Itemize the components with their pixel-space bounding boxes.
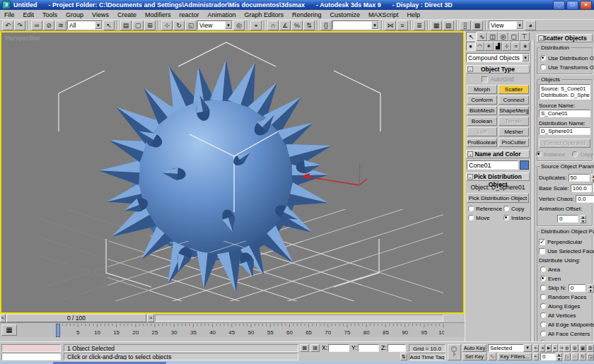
menu-help[interactable]: Help	[403, 11, 425, 18]
vertex-chaos-field[interactable]: 0.0	[576, 195, 594, 203]
chevron-down-icon[interactable]: ▼	[225, 21, 232, 29]
clone-option-move[interactable]: Move	[468, 214, 502, 221]
category-space-warps[interactable]: ≈	[511, 42, 520, 51]
distribute-option-area[interactable]: Area	[540, 266, 590, 273]
instance-radio[interactable]	[503, 215, 509, 221]
autogrid-checkbox[interactable]	[482, 76, 488, 83]
bind-to-space-warp-button[interactable]: ≋	[55, 20, 66, 30]
add-time-tag[interactable]: Add Time Tag	[409, 353, 446, 360]
previous-frame-button[interactable]: ◂	[540, 344, 545, 352]
category-helpers[interactable]: ⊹	[502, 42, 511, 51]
key-filters-button[interactable]: Key Filters...	[498, 353, 532, 360]
use-selected-faces-only-checkbox[interactable]	[539, 248, 545, 254]
category-lights[interactable]: ☀	[484, 42, 494, 51]
window-crossing-button[interactable]: ⊞	[144, 20, 156, 30]
key-mode-toggle-button[interactable]: ⇤	[533, 353, 539, 360]
skip-n-spinner[interactable]: ▲▼	[588, 284, 594, 292]
zoom-region-button[interactable]: ▷	[564, 353, 571, 360]
pan-button[interactable]: ⇔	[571, 353, 578, 360]
selection-lock-toggle[interactable]: ⊠	[300, 344, 309, 352]
render-setup-button[interactable]: ▩	[472, 20, 483, 30]
track-bar-ruler[interactable]: 0510152025303540455055606570758085909510…	[19, 323, 444, 338]
snaps-toggle-button[interactable]: ∩	[267, 20, 279, 30]
clone-option-copy[interactable]: Copy	[503, 205, 532, 212]
menu-create[interactable]: Create	[113, 11, 141, 18]
clone-option-reference[interactable]: Reference	[468, 205, 502, 212]
duplicates-spinner[interactable]: ▲▼	[591, 174, 594, 182]
menu-group[interactable]: Group	[62, 11, 88, 18]
object-type-blobmesh[interactable]: BlobMesh	[467, 106, 497, 115]
auto-key-button[interactable]: Auto Key	[462, 344, 487, 352]
area-radio[interactable]	[540, 266, 546, 272]
arc-rotate-button[interactable]: ↻	[579, 353, 586, 360]
tab-modify[interactable]: ∿	[477, 32, 487, 41]
operand-item[interactable]: Distribution: D_Sphere01	[541, 92, 588, 98]
menu-edit[interactable]: Edit	[19, 11, 39, 18]
object-type-connect[interactable]: Connect	[499, 95, 529, 105]
object-type-proboolean[interactable]: ProBoolean	[467, 138, 497, 147]
select-by-name-button[interactable]: ▤	[120, 20, 132, 30]
time-slider-track[interactable]	[155, 315, 443, 322]
set-keys-button[interactable]	[448, 344, 461, 360]
collapse-icon[interactable]: -	[467, 174, 473, 180]
chevron-down-icon[interactable]: ▼	[95, 21, 102, 29]
tab-utilities[interactable]: ⊤	[519, 32, 530, 41]
time-slider-frame-indicator[interactable]	[56, 324, 60, 337]
quick-render-button[interactable]: ◕	[525, 20, 536, 30]
frame-spinner[interactable]: ▲▼	[556, 353, 562, 360]
zoom-extents-button[interactable]: ▣	[579, 344, 586, 352]
collapse-icon[interactable]: -	[467, 151, 473, 157]
move-radio[interactable]	[468, 215, 474, 221]
animation-offset-field[interactable]: 0	[557, 215, 578, 223]
y-coordinate-field[interactable]	[358, 344, 379, 352]
close-button[interactable]: ×	[580, 1, 592, 10]
distribution-option-use-transforms-only[interactable]: Use Transforms Only	[540, 64, 590, 71]
current-frame-field[interactable]: 0	[540, 353, 556, 360]
percent-snap-toggle-button[interactable]: %	[291, 20, 303, 30]
zoom-button[interactable]: ⊕	[564, 344, 571, 352]
viewport-3d-scene[interactable]	[1, 33, 463, 312]
collapse-icon[interactable]: -	[467, 66, 473, 72]
distribution-option-use-distribution-object[interactable]: Use Distribution Object	[540, 54, 590, 61]
distribute-option-skip-n[interactable]: Skip N:0▲▼	[540, 284, 590, 291]
restore-button[interactable]: □	[566, 1, 578, 10]
rectangular-selection-region-button[interactable]: ▢	[132, 20, 144, 30]
reference-radio[interactable]	[468, 206, 474, 211]
object-name-field[interactable]: Cone01	[467, 160, 518, 170]
key-mode-dropdown[interactable]: Selected ▼	[488, 344, 532, 352]
time-slider-handle[interactable]: 0 / 100	[6, 314, 146, 322]
menu-modifiers[interactable]: Modifiers	[141, 11, 175, 18]
x-coordinate-field[interactable]	[328, 344, 349, 352]
distribute-option-random-faces[interactable]: Random Faces	[540, 293, 590, 300]
maxscript-mini-listener-white[interactable]	[1, 353, 61, 360]
curve-editor-button[interactable]: ▦	[431, 20, 442, 30]
tab-display[interactable]: ▢	[508, 32, 519, 41]
time-slider-next-button[interactable]: >	[147, 314, 154, 322]
distribute-option-all-face-centers[interactable]: All Face Centers	[540, 330, 590, 337]
default-in-out-tangents-button[interactable]: ∿	[488, 353, 496, 360]
select-and-scale-button[interactable]: ◱	[185, 20, 197, 30]
mirror-button[interactable]: ⋈	[385, 20, 396, 30]
all-edge-midpoints-radio[interactable]	[540, 322, 546, 327]
use-distribution-object-radio[interactable]	[540, 55, 546, 61]
zoom-all-button[interactable]: ⊛	[571, 344, 578, 352]
reference-coordinate-system-dropdown[interactable]: View▼	[197, 20, 233, 30]
menu-customize[interactable]: Customize	[326, 11, 365, 18]
object-type-procutter[interactable]: ProCutter	[499, 138, 529, 147]
operand-item[interactable]: Source: S_Cone01	[541, 86, 588, 92]
mini-curve-editor-button[interactable]: ▦	[1, 324, 17, 336]
select-object-button[interactable]: ↖	[103, 20, 115, 30]
category-shapes[interactable]: ◠	[475, 42, 484, 51]
go-to-start-button[interactable]: ⇤	[533, 344, 539, 352]
pick-distribution-object-button[interactable]: Pick Distribution Object	[467, 193, 529, 203]
along-edges-radio[interactable]	[540, 303, 546, 309]
align-button[interactable]: ≡	[397, 20, 408, 30]
object-color-swatch[interactable]	[520, 160, 529, 170]
absolute-offset-toggle[interactable]: ⊞	[310, 344, 320, 352]
animation-offset-spinner[interactable]: ▲▼	[580, 215, 586, 223]
collapse-icon[interactable]: -	[538, 35, 544, 41]
angle-snap-toggle-button[interactable]: ∡	[279, 20, 291, 30]
category-cameras[interactable]: ▟	[494, 42, 503, 51]
rollout-pick-distribution-object[interactable]: - Pick Distribution Object	[466, 172, 530, 181]
undo-button[interactable]: ↶	[2, 20, 13, 30]
